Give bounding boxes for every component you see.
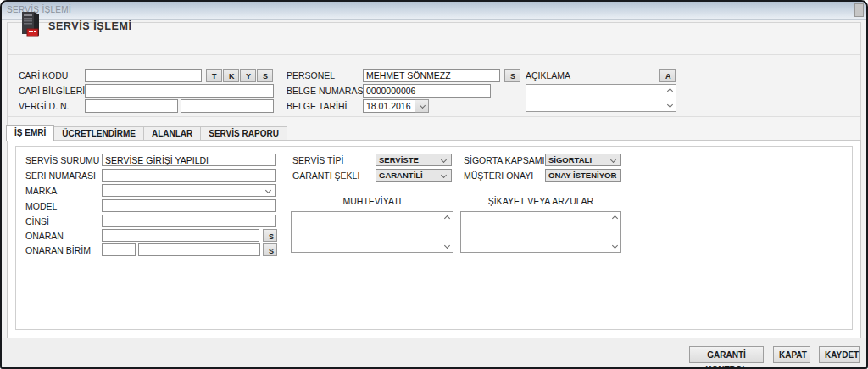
sigorta-kapsami-value: SİGORTALI: [548, 155, 592, 165]
window-control-stub[interactable]: [854, 3, 864, 17]
onaran-input[interactable]: [102, 229, 259, 242]
kapat-button[interactable]: KAPAT: [773, 346, 810, 363]
aciklama-a-button[interactable]: A: [659, 69, 676, 82]
musteri-onayi-value: ONAY İSTENİYOR: [548, 171, 616, 180]
onaran-s-button[interactable]: S: [263, 229, 277, 242]
servis-surumu-input[interactable]: [102, 154, 276, 166]
cari-kodu-y-button[interactable]: Y: [240, 69, 256, 82]
cari-kodu-label: CARİ KODU: [19, 69, 68, 82]
onaran-birim-s-button[interactable]: S: [263, 243, 277, 256]
personel-label: PERSONEL: [287, 69, 335, 82]
model-label: MODEL: [25, 199, 57, 213]
cari-kodu-input[interactable]: [85, 69, 202, 82]
garanti-sekli-select[interactable]: GARANTİLİ: [376, 169, 452, 182]
cari-kodu-t-button[interactable]: T: [206, 69, 222, 82]
garanti-sekli-label: GARANTİ ŞEKLİ: [292, 169, 359, 182]
chevron-down-icon: [265, 187, 271, 193]
footer-bar: GARANTİ KONTROL KAPAT KAYDET: [2, 338, 866, 367]
tab-ucretlendirme[interactable]: ÜCRETLENDİRME: [53, 126, 144, 141]
cari-kodu-k-button[interactable]: K: [223, 69, 239, 82]
scroll-up-icon[interactable]: [667, 88, 673, 94]
cari-kodu-s-button[interactable]: S: [257, 69, 273, 82]
servis-tipi-select[interactable]: SERVİSTE: [376, 154, 452, 166]
tab-alanlar[interactable]: ALANLAR: [143, 126, 201, 141]
vergi-dn-label: VERGİ D. N.: [19, 99, 70, 113]
model-input[interactable]: [102, 199, 276, 212]
belge-tarihi-label: BELGE TARİHİ: [287, 99, 347, 113]
sigorta-kapsami-label: SİGORTA KAPSAMI: [464, 154, 544, 167]
garanti-kontrol-button[interactable]: GARANTİ KONTROL: [689, 346, 764, 363]
tab-is-emri[interactable]: İŞ EMRİ: [6, 125, 54, 141]
scroll-down-icon[interactable]: [444, 243, 450, 249]
muhteviyati-textarea[interactable]: [291, 211, 453, 253]
vergi-no-input[interactable]: [181, 99, 274, 113]
seri-numarasi-input[interactable]: [102, 169, 276, 182]
chevron-down-icon: [420, 103, 426, 109]
scroll-up-icon[interactable]: [444, 215, 450, 221]
scroll-down-icon[interactable]: [612, 243, 618, 249]
scroll-down-icon[interactable]: [667, 102, 673, 108]
aciklama-label: AÇIKLAMA: [526, 69, 570, 82]
servis-tipi-label: SERVİS TİPİ: [292, 154, 343, 167]
cari-bilgileri-label: CARİ BİLGİLERİ: [19, 84, 85, 98]
sikayet-veya-arzular-label: ŞİKAYET VEYA ARZULAR: [460, 196, 621, 206]
chevron-down-icon: [610, 157, 616, 163]
marka-label: MARKA: [25, 184, 57, 198]
marka-select[interactable]: [102, 184, 276, 197]
aciklama-textarea[interactable]: [526, 84, 676, 112]
title-bar[interactable]: SERVİS İŞLEMİ: [2, 2, 866, 20]
sikayet-textarea[interactable]: [460, 211, 621, 253]
sigorta-kapsami-select[interactable]: SİGORTALI: [545, 154, 621, 166]
servis-tipi-value: SERVİSTE: [379, 155, 419, 165]
tab-servis-raporu[interactable]: SERVİS RAPORU: [200, 126, 287, 141]
muhteviyati-label: MUHTEVİYATI: [291, 196, 453, 206]
garanti-sekli-value: GARANTİLİ: [379, 171, 423, 180]
header-section: [8, 23, 860, 55]
service-app-icon: [17, 10, 44, 42]
onaran-birim-label: ONARAN BİRİM: [25, 243, 91, 257]
tab-bar: İŞ EMRİ ÜCRETLENDİRME ALANLAR SERVİS RAP…: [6, 125, 287, 141]
cinsi-input[interactable]: [102, 215, 276, 227]
servis-surumu-label: SERVİS SURUMU: [25, 154, 99, 167]
chevron-down-icon: [441, 157, 447, 163]
personel-input[interactable]: [363, 69, 500, 82]
musteri-onayi-select[interactable]: ONAY İSTENİYOR: [545, 169, 621, 182]
scroll-up-icon[interactable]: [612, 215, 618, 221]
chevron-down-icon: [441, 172, 447, 178]
kaydet-button[interactable]: KAYDET: [819, 346, 860, 363]
belge-numarasi-label: BELGE NUMARASI: [287, 84, 365, 98]
vergi-dairesi-input[interactable]: [85, 99, 178, 113]
personel-s-button[interactable]: S: [504, 69, 520, 82]
seri-numarasi-label: SERİ NUMARASI: [25, 169, 96, 182]
onaran-birim-ad-input[interactable]: [138, 243, 260, 256]
onaran-label: ONARAN: [25, 229, 64, 243]
page-title: SERVİS İŞLEMİ: [48, 20, 132, 32]
onaran-birim-kod-input[interactable]: [102, 243, 136, 256]
belge-numarasi-input[interactable]: [363, 84, 491, 98]
servis-islemi-window: SERVİS İŞLEMİ SERVİS İŞLEMİ CARİ KODU T …: [0, 0, 868, 369]
cari-bilgileri-input[interactable]: [85, 84, 274, 98]
belge-tarihi-input[interactable]: [363, 99, 415, 113]
musteri-onayi-label: MÜŞTERİ ONAYI: [464, 169, 533, 182]
belge-tarihi-dropdown-button[interactable]: [415, 99, 429, 113]
cinsi-label: CİNSİ: [25, 215, 49, 228]
